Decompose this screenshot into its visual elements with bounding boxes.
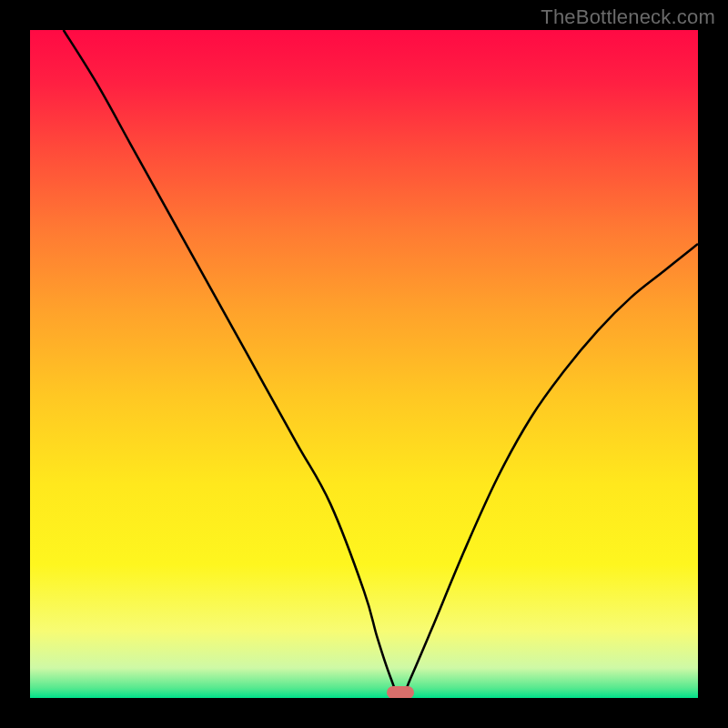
optimum-marker [387, 686, 414, 698]
bottleneck-curve [30, 30, 698, 698]
curve-path [64, 30, 698, 698]
watermark-text: TheBottleneck.com [541, 5, 715, 29]
plot-area [30, 30, 698, 698]
chart-frame: TheBottleneck.com [0, 0, 728, 728]
